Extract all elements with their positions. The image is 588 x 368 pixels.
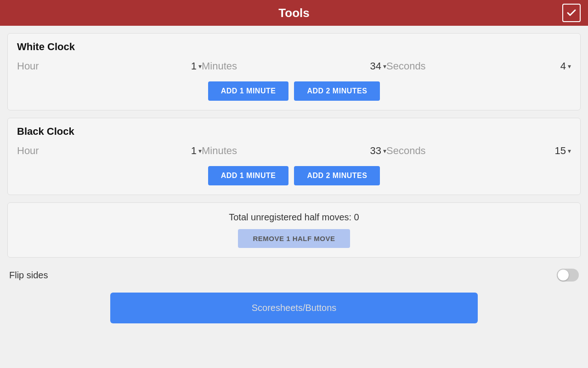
black-clock-fields: Hour 1 ▾ Minutes 33 ▾ Seconds 15 ▾	[17, 145, 571, 157]
white-add1-button[interactable]: ADD 1 MINUTE	[208, 81, 289, 101]
white-seconds-group: Seconds 4 ▾	[386, 60, 571, 72]
white-hour-dropdown-icon[interactable]: ▾	[198, 63, 202, 70]
confirm-button[interactable]	[562, 4, 581, 22]
white-seconds-value: 4	[560, 60, 566, 72]
white-hour-group: Hour 1 ▾	[17, 60, 202, 72]
white-minutes-dropdown-icon[interactable]: ▾	[383, 63, 386, 70]
white-clock-fields: Hour 1 ▾ Minutes 34 ▾ Seconds 4 ▾	[17, 60, 571, 72]
main-content: White Clock Hour 1 ▾ Minutes 34 ▾ Second…	[0, 26, 588, 331]
flip-sides-toggle[interactable]	[557, 269, 579, 282]
black-seconds-label: Seconds	[386, 145, 555, 157]
black-clock-title: Black Clock	[17, 126, 571, 138]
black-minutes-value: 33	[370, 145, 381, 157]
white-seconds-label: Seconds	[386, 60, 560, 72]
white-add2-button[interactable]: ADD 2 MINUTES	[294, 81, 380, 101]
black-hour-group: Hour 1 ▾	[17, 145, 202, 157]
page-title: Tools	[278, 6, 309, 20]
flip-sides-label: Flip sides	[9, 270, 557, 281]
white-clock-buttons: ADD 1 MINUTE ADD 2 MINUTES	[17, 81, 571, 101]
black-hour-dropdown-icon[interactable]: ▾	[198, 147, 202, 155]
scoresheets-button[interactable]: Scoresheets/Buttons	[110, 293, 478, 323]
white-seconds-dropdown-icon[interactable]: ▾	[568, 63, 571, 70]
black-hour-value: 1	[191, 145, 197, 157]
black-add1-button[interactable]: ADD 1 MINUTE	[208, 166, 289, 185]
app-header: Tools	[0, 0, 588, 26]
white-minutes-group: Minutes 34 ▾	[202, 60, 386, 72]
black-add2-button[interactable]: ADD 2 MINUTES	[294, 166, 380, 185]
white-hour-value: 1	[191, 60, 197, 72]
black-seconds-group: Seconds 15 ▾	[386, 145, 571, 157]
black-minutes-dropdown-icon[interactable]: ▾	[383, 147, 386, 155]
black-seconds-value: 15	[555, 145, 566, 157]
half-moves-card: Total unregistered half moves: 0 REMOVE …	[7, 202, 581, 258]
black-minutes-label: Minutes	[202, 145, 370, 157]
white-hour-label: Hour	[17, 60, 191, 72]
white-minutes-value: 34	[370, 60, 381, 72]
white-minutes-label: Minutes	[202, 60, 370, 72]
toggle-knob	[558, 270, 569, 281]
black-hour-label: Hour	[17, 145, 191, 157]
half-moves-text: Total unregistered half moves: 0	[229, 212, 359, 223]
black-clock-card: Black Clock Hour 1 ▾ Minutes 33 ▾ Second…	[7, 118, 581, 195]
white-clock-card: White Clock Hour 1 ▾ Minutes 34 ▾ Second…	[7, 33, 581, 110]
remove-half-move-button[interactable]: REMOVE 1 HALF MOVE	[238, 229, 350, 248]
white-clock-title: White Clock	[17, 41, 571, 53]
black-seconds-dropdown-icon[interactable]: ▾	[568, 147, 571, 155]
black-clock-buttons: ADD 1 MINUTE ADD 2 MINUTES	[17, 166, 571, 185]
black-minutes-group: Minutes 33 ▾	[202, 145, 386, 157]
flip-sides-row: Flip sides	[7, 265, 581, 285]
